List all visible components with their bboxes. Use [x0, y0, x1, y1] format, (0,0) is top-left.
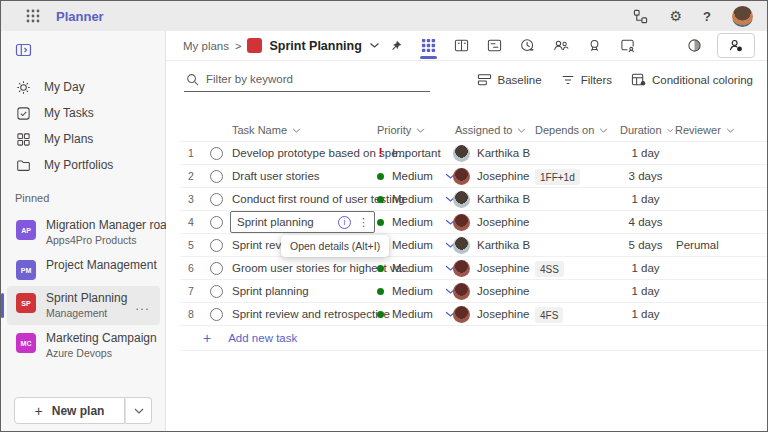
priority-cell[interactable]: Medium [375, 216, 453, 228]
sidebar-item-my-tasks[interactable]: My Tasks [1, 100, 165, 126]
task-name-cell[interactable]: Draft user stories [230, 165, 375, 187]
theme-contrast-icon[interactable] [687, 38, 702, 53]
assignee-cell[interactable]: Karthika B [453, 237, 533, 254]
task-row[interactable]: 4Sprint planningi⋮MediumJosephine4 days [180, 211, 767, 234]
pinned-plan-project-management[interactable]: PM Project Management [7, 253, 160, 285]
priority-cell[interactable]: Medium [375, 170, 453, 182]
complete-circle[interactable] [210, 147, 223, 160]
assignee-cell[interactable]: Josephine [453, 283, 533, 300]
add-new-task-button[interactable]: + Add new task [180, 326, 767, 351]
assignee-cell[interactable]: Karthika B [453, 191, 533, 208]
task-name-cell[interactable]: Groom user stories for highest va… [230, 257, 375, 279]
tab-people-view[interactable] [553, 31, 569, 61]
priority-cell[interactable]: !Important [375, 146, 453, 160]
tab-assignments-view[interactable] [620, 31, 635, 61]
priority-cell[interactable]: Medium [375, 285, 453, 297]
assignee-cell[interactable]: Josephine [453, 214, 533, 231]
task-name: Sprint review and retrospective [232, 308, 390, 320]
new-plan-button[interactable]: + New plan [14, 397, 125, 424]
duration-cell: 1 day [618, 147, 673, 159]
priority-important-icon: ! [377, 146, 384, 160]
sidebar-item-my-plans[interactable]: My Plans [1, 126, 165, 152]
complete-circle[interactable] [210, 308, 223, 321]
column-header-assigned-to[interactable]: Assigned to [453, 124, 533, 136]
complete-circle[interactable] [210, 285, 223, 298]
plan-icon: MC [16, 333, 36, 353]
task-name-cell[interactable]: Develop prototype based on spe… [230, 142, 375, 164]
workflow-icon[interactable] [633, 9, 648, 24]
tab-timeline-view[interactable] [487, 31, 502, 61]
task-row[interactable]: 1Develop prototype based on spe…!Importa… [180, 142, 767, 165]
task-row[interactable]: 7Sprint planningMediumJosephine1 day [180, 280, 767, 303]
column-header-duration[interactable]: Duration [618, 124, 673, 136]
pinned-plan-marketing-campaign[interactable]: MC Marketing Campaign Azure Devops [7, 326, 160, 365]
complete-circle[interactable] [210, 170, 223, 183]
open-details-icon[interactable]: i [338, 216, 351, 229]
row-number: 6 [180, 262, 202, 274]
task-row[interactable]: 2Draft user storiesMediumJosephine1FF+1d… [180, 165, 767, 188]
tab-charts-view[interactable] [520, 31, 535, 61]
task-row[interactable]: 6Groom user stories for highest va…Mediu… [180, 257, 767, 280]
planner-window: Planner ⚙ ? [0, 0, 768, 432]
complete-circle[interactable] [210, 216, 223, 229]
pinned-plan-text: Marketing Campaign Azure Devops [46, 331, 152, 360]
task-name-cell[interactable]: Sprint planningi⋮ [230, 211, 375, 233]
plus-icon: + [203, 330, 211, 346]
dependency-badge[interactable]: 1FF+1d [535, 169, 580, 185]
task-row[interactable]: 5Sprint reviewMediumKarthika B5 daysPeru… [180, 234, 767, 257]
filters-button[interactable]: Filters [561, 73, 612, 87]
assignee-cell[interactable]: Josephine [453, 260, 533, 277]
assignee-cell[interactable]: Josephine [453, 306, 533, 323]
top-bar-actions: ⚙ ? [633, 6, 753, 27]
sidebar-item-my-day[interactable]: My Day [1, 74, 165, 100]
complete-circle[interactable] [210, 262, 223, 275]
baseline-button[interactable]: Baseline [477, 72, 542, 87]
priority-cell[interactable]: Medium [375, 193, 453, 205]
pinned-plan-migration-manager[interactable]: AP Migration Manager roadmap Apps4Pro Pr… [7, 213, 160, 252]
tab-board-view[interactable] [454, 31, 469, 61]
conditional-coloring-button[interactable]: Conditional coloring [631, 72, 753, 87]
breadcrumb-my-plans[interactable]: My plans [183, 40, 229, 52]
complete-circle[interactable] [210, 239, 223, 252]
collapse-panel-icon[interactable] [15, 42, 32, 58]
pin-icon[interactable] [390, 40, 402, 52]
toolbar-actions: Baseline Filters Conditional colori [477, 72, 753, 87]
assignee-cell[interactable]: Karthika B [453, 145, 533, 162]
dependency-badge[interactable]: 4SS [535, 261, 564, 277]
sidebar-item-label: My Portfolios [44, 158, 113, 172]
members-share-button[interactable] [717, 33, 755, 58]
tab-goals-view[interactable] [587, 31, 602, 61]
task-name-cell[interactable]: Conduct first round of user testing [230, 188, 375, 210]
assignee-cell[interactable]: Josephine [453, 168, 533, 185]
filter-search-box[interactable] [184, 68, 430, 92]
column-header-task-name[interactable]: Task Name [230, 124, 375, 136]
task-more-icon[interactable]: ⋮ [358, 216, 369, 229]
account-avatar[interactable] [732, 6, 753, 27]
new-plan-dropdown-button[interactable] [125, 397, 152, 424]
help-icon[interactable]: ? [703, 9, 711, 24]
sidebar-item-my-portfolios[interactable]: My Portfolios [1, 152, 165, 178]
tab-grid-view[interactable] [421, 31, 436, 61]
assignee-name: Karthika B [477, 147, 530, 159]
priority-label: Medium [392, 193, 433, 205]
column-header-depends-on[interactable]: Depends on [533, 124, 618, 136]
complete-circle[interactable] [210, 193, 223, 206]
complete-cell [202, 285, 230, 298]
task-name-cell[interactable]: Sprint review and retrospective [230, 303, 375, 325]
app-launcher-icon[interactable] [26, 9, 40, 23]
task-name-cell[interactable]: Sprint planning [230, 280, 375, 302]
column-header-priority[interactable]: Priority [375, 124, 453, 136]
priority-cell[interactable]: Medium [375, 308, 453, 320]
task-row[interactable]: 8Sprint review and retrospectiveMediumJo… [180, 303, 767, 326]
column-header-reviewer[interactable]: Reviewer [673, 124, 767, 136]
dependency-badge[interactable]: 4FS [535, 307, 563, 323]
plan-more-icon[interactable]: ... [135, 299, 152, 313]
priority-cell[interactable]: Medium [375, 262, 453, 274]
pinned-plan-sprint-planning[interactable]: SP Sprint Planning Management ... [7, 286, 160, 325]
task-row[interactable]: 3Conduct first round of user testingMedi… [180, 188, 767, 211]
duration-cell: 1 day [618, 262, 673, 274]
plan-title-chevron-icon[interactable] [369, 42, 380, 49]
settings-gear-icon[interactable]: ⚙ [669, 9, 682, 23]
filter-keyword-input[interactable] [206, 73, 428, 85]
new-plan-label: New plan [52, 404, 105, 418]
